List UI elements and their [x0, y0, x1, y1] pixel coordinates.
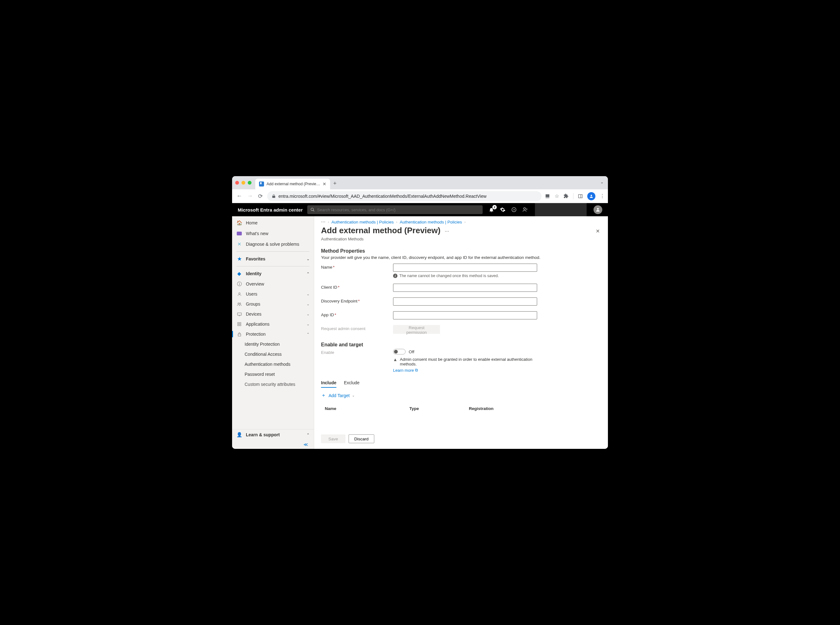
sidepanel-icon[interactable] — [578, 194, 583, 199]
sidebar-item-authentication-methods[interactable]: Authentication methods — [232, 359, 314, 369]
sidebar-item-favorites[interactable]: ★ Favorites ⌄ — [232, 253, 314, 264]
enable-value: Off — [409, 350, 414, 354]
person-icon — [237, 291, 242, 297]
warning-icon: ▲ — [393, 357, 397, 362]
sidebar-scroll[interactable]: 🏠 Home What's new ✕ Diagnose & solve pro… — [232, 216, 314, 429]
close-window-button[interactable] — [235, 181, 239, 185]
toolbar-icons: ☆ ⋮ — [545, 192, 605, 200]
save-button[interactable]: Save — [321, 434, 346, 443]
learn-more-link[interactable]: Learn more ⧉ — [393, 368, 537, 373]
svg-rect-17 — [240, 324, 241, 326]
settings-icon[interactable] — [500, 207, 505, 213]
app-id-input[interactable] — [393, 311, 537, 319]
client-id-input[interactable] — [393, 284, 537, 292]
sidebar-item-overview[interactable]: ⓘ Overview — [232, 279, 314, 289]
browser-menu-icon[interactable]: ⋮ — [600, 193, 605, 199]
request-permission-button[interactable]: Request permission — [393, 325, 440, 334]
svg-point-11 — [240, 303, 241, 304]
sidebar-item-devices[interactable]: Devices ⌄ — [232, 309, 314, 319]
browser-tab[interactable]: ▘ Add external method (Previe… ✕ — [255, 179, 330, 189]
enable-toggle[interactable] — [393, 349, 406, 354]
svg-rect-15 — [240, 323, 241, 324]
sidebar-item-identity-protection[interactable]: Identity Protection — [232, 339, 314, 349]
account-box[interactable] — [535, 203, 587, 216]
search-icon — [310, 207, 315, 212]
back-button[interactable]: ← — [235, 191, 243, 201]
new-tab-button[interactable]: + — [333, 180, 337, 187]
discovery-input[interactable] — [393, 297, 537, 306]
tools-icon: ✕ — [237, 241, 242, 247]
chevron-down-icon: ⌄ — [307, 292, 310, 296]
site-info-icon[interactable] — [271, 194, 276, 198]
user-avatar-icon[interactable] — [594, 205, 602, 214]
notifications-icon[interactable]: 2 — [488, 207, 494, 213]
chevron-up-icon: ⌃ — [307, 272, 310, 276]
sidebar-item-users[interactable]: Users ⌄ — [232, 289, 314, 299]
close-tab-icon[interactable]: ✕ — [322, 182, 326, 187]
discard-button[interactable]: Discard — [349, 434, 374, 443]
help-icon[interactable]: ? — [511, 207, 517, 213]
chevron-up-icon: ⌃ — [307, 433, 310, 437]
group-icon — [237, 301, 242, 307]
feedback-icon[interactable] — [522, 207, 528, 213]
client-id-label: Client ID* — [321, 284, 393, 290]
info-icon: i — [393, 274, 397, 278]
tabs-overflow-icon[interactable]: ⌄ — [600, 180, 603, 184]
forward-button[interactable]: → — [246, 191, 253, 201]
enable-label: Enable — [321, 349, 393, 355]
window-controls — [235, 181, 251, 185]
close-blade-icon[interactable]: ✕ — [594, 227, 601, 235]
reload-button[interactable]: ⟳ — [257, 191, 264, 201]
tab-exclude[interactable]: Exclude — [344, 380, 360, 388]
sidebar-item-conditional-access[interactable]: Conditional Access — [232, 349, 314, 359]
page-menu-icon[interactable]: ⋯ — [445, 229, 449, 234]
extensions-icon[interactable] — [563, 193, 569, 199]
breadcrumb-link-2[interactable]: Authentication methods | Policies — [400, 220, 462, 224]
name-input[interactable] — [393, 264, 537, 272]
form-row-client-id: Client ID* — [321, 284, 601, 292]
sidebar-item-home[interactable]: 🏠 Home — [232, 218, 314, 228]
sidebar: 🏠 Home What's new ✕ Diagnose & solve pro… — [232, 216, 314, 449]
th-registration: Registration — [469, 406, 601, 411]
star-icon: ★ — [237, 256, 242, 262]
info-icon: ⓘ — [237, 281, 242, 287]
breadcrumb-link-1[interactable]: Authentication methods | Policies — [332, 220, 394, 224]
chevron-up-icon: ⌃ — [307, 332, 310, 336]
sidebar-item-protection[interactable]: Protection ⌃ — [232, 329, 314, 339]
minimize-window-button[interactable] — [242, 181, 245, 185]
install-app-icon[interactable] — [545, 193, 550, 199]
breadcrumb-overflow-icon[interactable]: ⋯ — [321, 219, 325, 224]
browser-tabbar: ▘ Add external method (Previe… ✕ + ⌄ — [232, 176, 608, 189]
sidebar-item-learn-support[interactable]: 👤 Learn & support ⌃ — [232, 429, 314, 440]
sidebar-item-identity[interactable]: ◆ Identity ⌃ — [232, 268, 314, 279]
identity-icon: ◆ — [237, 271, 242, 277]
chevron-down-icon: ⌄ — [307, 302, 310, 306]
brand-label: Microsoft Entra admin center — [238, 207, 303, 213]
th-name: Name — [325, 406, 409, 411]
chevron-down-icon: ⌄ — [307, 312, 310, 316]
address-bar[interactable]: entra.microsoft.com/#view/Microsoft_AAD_… — [267, 191, 541, 201]
profile-avatar-icon[interactable] — [587, 192, 595, 200]
name-label: Name* — [321, 264, 393, 269]
form-area: Name* i The name cannot be changed once … — [314, 264, 608, 339]
form-row-app-id: App ID* — [321, 311, 601, 319]
search-input[interactable] — [317, 207, 479, 212]
bookmark-icon[interactable]: ☆ — [555, 193, 559, 199]
collapse-sidebar-button[interactable]: ≪ — [232, 440, 314, 449]
megaphone-icon — [237, 231, 242, 236]
plus-icon: ＋ — [321, 392, 326, 399]
section-desc: Your provider will give you the name, cl… — [314, 255, 608, 264]
global-search[interactable] — [307, 205, 483, 214]
app-body: 🏠 Home What's new ✕ Diagnose & solve pro… — [232, 216, 608, 449]
sidebar-item-password-reset[interactable]: Password reset — [232, 369, 314, 379]
sidebar-item-groups[interactable]: Groups ⌄ — [232, 299, 314, 309]
page-title: Add external method (Preview) — [321, 226, 440, 235]
tab-include[interactable]: Include — [321, 380, 336, 388]
sidebar-item-whats-new[interactable]: What's new — [232, 228, 314, 239]
sidebar-item-diagnose[interactable]: ✕ Diagnose & solve problems — [232, 239, 314, 249]
enable-warning: ▲ Admin consent must be granted in order… — [393, 357, 537, 366]
sidebar-item-applications[interactable]: Applications ⌄ — [232, 319, 314, 329]
add-target-button[interactable]: ＋ Add Target ⌄ — [314, 388, 608, 403]
maximize-window-button[interactable] — [248, 181, 251, 185]
sidebar-item-custom-security-attributes[interactable]: Custom security attributes — [232, 379, 314, 389]
